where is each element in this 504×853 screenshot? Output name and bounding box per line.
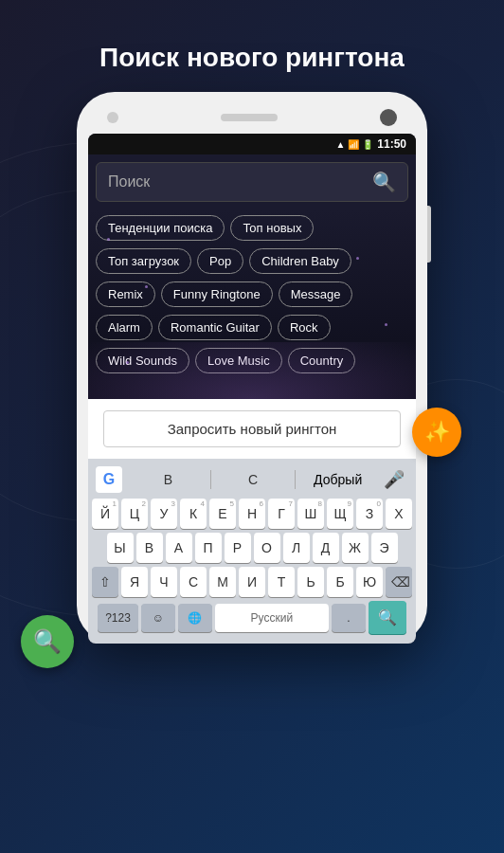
key-backspace[interactable]: ⌫ <box>386 567 412 597</box>
chip-row-3: Remix Funny Ringtone Message <box>96 281 408 307</box>
key-к[interactable]: 4К <box>180 499 207 529</box>
request-new-ringtone-button[interactable]: Запросить новый рингтон <box>103 410 401 447</box>
key-х[interactable]: Х <box>386 499 412 529</box>
key-д[interactable]: Д <box>313 533 339 563</box>
key-а[interactable]: А <box>166 533 192 563</box>
chip-pop[interactable]: Pop <box>197 248 243 274</box>
key-ц[interactable]: 2Ц <box>121 499 148 529</box>
key-num: 7 <box>289 499 293 508</box>
fab-search-button[interactable]: 🔍 <box>21 615 74 668</box>
keyboard-rows: 1Й 2Ц 3У 4К 5Е 6Н 7Г 8Ш 9Щ 0З Х Ы В А <box>88 497 416 640</box>
chip-row-1: Тенденции поиска Топ новых <box>96 215 408 241</box>
key-н[interactable]: 6Н <box>239 499 265 529</box>
sparkle <box>356 257 359 260</box>
key-num: 6 <box>260 499 263 508</box>
key-л[interactable]: Л <box>283 533 310 563</box>
key-dot[interactable]: . <box>332 604 366 632</box>
status-bar: ▲ 📶 🔋 11:50 <box>88 134 416 154</box>
key-ь[interactable]: Ь <box>297 567 324 597</box>
sparkle <box>126 361 129 364</box>
phone-speaker <box>221 114 278 121</box>
wifi-icon: ▲ <box>335 139 345 150</box>
key-ч[interactable]: Ч <box>151 567 177 597</box>
key-num: 2 <box>142 499 146 508</box>
search-icon[interactable]: 🔍 <box>372 171 396 193</box>
battery-icon: 🔋 <box>362 139 373 150</box>
key-г[interactable]: 7Г <box>268 499 295 529</box>
key-о[interactable]: О <box>254 533 280 563</box>
fireworks-icon: ✨ <box>424 420 450 445</box>
key-ю[interactable]: Ю <box>356 567 383 597</box>
fab-fireworks-button[interactable]: ✨ <box>412 408 461 457</box>
divider <box>295 470 296 489</box>
chip-row-4: Alarm Romantic Guitar Rock <box>96 315 408 340</box>
sparkle <box>385 323 387 326</box>
signal-icon: 📶 <box>348 139 359 150</box>
key-у[interactable]: 3У <box>151 499 177 529</box>
key-с[interactable]: С <box>180 567 207 597</box>
key-щ[interactable]: 9Щ <box>327 499 353 529</box>
status-time: 11:50 <box>377 137 406 151</box>
key-р[interactable]: Р <box>225 533 251 563</box>
divider <box>210 470 211 489</box>
key-п[interactable]: П <box>195 533 222 563</box>
chip-top-new[interactable]: Топ новых <box>230 215 314 241</box>
key-ш[interactable]: 8Ш <box>297 499 324 529</box>
suggestion-1[interactable]: В <box>128 468 208 491</box>
key-ы[interactable]: Ы <box>107 533 134 563</box>
sparkle <box>107 238 110 241</box>
page-title: Поиск нового рингтона <box>99 43 405 73</box>
key-num: 5 <box>230 499 234 508</box>
key-row-3: ⇧ Я Ч С М И Т Ь Б Ю ⌫ <box>92 567 412 597</box>
request-button-area: Запросить новый рингтон <box>88 399 416 459</box>
key-num-toggle[interactable]: ?123 <box>98 604 138 632</box>
key-shift[interactable]: ⇧ <box>92 567 118 597</box>
key-num: 4 <box>201 499 205 508</box>
key-search[interactable]: 🔍 <box>369 601 406 634</box>
chip-wild-sounds[interactable]: Wild Sounds <box>96 348 189 373</box>
chip-children-baby[interactable]: Children Baby <box>249 248 351 274</box>
phone-camera <box>107 112 118 123</box>
key-з[interactable]: 0З <box>356 499 383 529</box>
key-я[interactable]: Я <box>121 567 148 597</box>
key-й[interactable]: 1Й <box>92 499 118 529</box>
search-fab-icon: 🔍 <box>33 628 62 655</box>
key-num: 9 <box>348 499 351 508</box>
phone-top-bar <box>88 109 416 126</box>
suggestion-2[interactable]: С <box>213 468 294 491</box>
search-bar[interactable]: Поиск 🔍 <box>96 162 408 202</box>
google-logo: G <box>96 466 122 493</box>
keyboard-suggestions-row: G В С Добрый 🎤 <box>88 463 416 497</box>
chip-love-music[interactable]: Love Music <box>195 348 282 373</box>
chip-romantic-guitar[interactable]: Romantic Guitar <box>158 315 272 340</box>
key-в[interactable]: В <box>136 533 163 563</box>
chip-tendencies[interactable]: Тенденции поиска <box>96 215 225 241</box>
key-num: 0 <box>377 499 381 508</box>
key-emoji[interactable]: ☺ <box>141 604 175 632</box>
chip-row-2: Топ загрузок Pop Children Baby <box>96 248 408 274</box>
key-э[interactable]: Э <box>371 533 398 563</box>
key-и[interactable]: И <box>239 567 265 597</box>
suggestion-3[interactable]: Добрый <box>297 468 378 491</box>
chip-funny-ringtone[interactable]: Funny Ringtone <box>161 281 273 307</box>
chip-message[interactable]: Message <box>279 281 353 307</box>
key-м[interactable]: М <box>209 567 236 597</box>
chip-top-downloads[interactable]: Топ загрузок <box>96 248 191 274</box>
search-placeholder: Поиск <box>108 173 372 191</box>
key-б[interactable]: Б <box>327 567 353 597</box>
key-language[interactable]: 🌐 <box>178 604 212 632</box>
chip-rock[interactable]: Rock <box>278 315 331 340</box>
phone-sensor <box>380 109 397 126</box>
status-icons: ▲ 📶 🔋 <box>335 139 373 150</box>
key-т[interactable]: Т <box>268 567 295 597</box>
key-num: 3 <box>171 499 175 508</box>
chip-country[interactable]: Country <box>288 348 356 373</box>
phone-side-button <box>427 206 431 263</box>
microphone-icon[interactable]: 🎤 <box>380 469 408 490</box>
key-bottom-row: ?123 ☺ 🌐 Русский . 🔍 <box>92 601 412 634</box>
key-space[interactable]: Русский <box>215 604 329 632</box>
phone-screen: ▲ 📶 🔋 11:50 Поиск 🔍 Тенденции поиска Топ… <box>88 134 416 644</box>
key-е[interactable]: 5Е <box>209 499 236 529</box>
chip-alarm[interactable]: Alarm <box>96 315 153 340</box>
key-ж[interactable]: Ж <box>342 533 369 563</box>
